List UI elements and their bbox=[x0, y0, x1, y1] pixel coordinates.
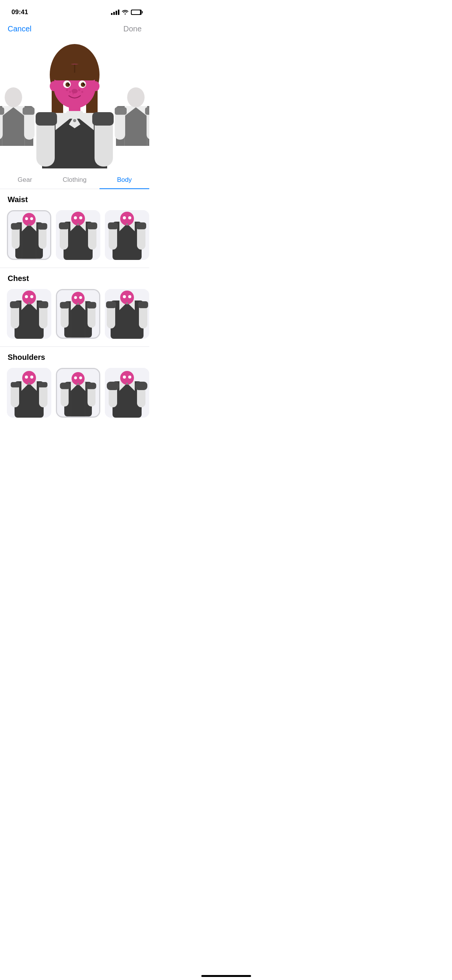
svg-rect-68 bbox=[87, 222, 97, 229]
svg-point-24 bbox=[69, 91, 71, 93]
svg-point-155 bbox=[128, 376, 131, 379]
svg-marker-64 bbox=[70, 224, 86, 260]
waist-items bbox=[0, 209, 149, 261]
shoulders-items bbox=[0, 366, 149, 419]
svg-rect-139 bbox=[60, 382, 70, 389]
segment-control: Gear Clothing Body bbox=[0, 168, 149, 189]
svg-point-26 bbox=[82, 91, 83, 93]
svg-point-71 bbox=[79, 216, 82, 219]
svg-point-106 bbox=[74, 296, 77, 299]
svg-rect-126 bbox=[39, 384, 47, 407]
svg-point-35 bbox=[84, 83, 85, 84]
svg-point-83 bbox=[128, 216, 131, 219]
svg-rect-125 bbox=[11, 384, 19, 407]
svg-point-84 bbox=[126, 224, 128, 225]
svg-rect-103 bbox=[60, 302, 70, 309]
svg-point-58 bbox=[25, 217, 28, 220]
svg-rect-56 bbox=[38, 223, 47, 230]
chest-items bbox=[0, 287, 149, 340]
signal-icon bbox=[111, 10, 119, 15]
svg-rect-116 bbox=[138, 301, 148, 308]
shoulders-item-2[interactable] bbox=[56, 368, 100, 418]
svg-marker-76 bbox=[119, 224, 135, 260]
svg-point-156 bbox=[126, 383, 128, 385]
svg-point-70 bbox=[74, 216, 77, 219]
svg-point-25 bbox=[78, 89, 80, 91]
svg-rect-20 bbox=[36, 112, 57, 126]
svg-rect-104 bbox=[87, 302, 96, 309]
svg-rect-21 bbox=[92, 112, 114, 126]
waist-item-2[interactable] bbox=[56, 210, 100, 260]
svg-rect-6 bbox=[0, 107, 4, 115]
wifi-icon bbox=[122, 9, 129, 16]
svg-rect-152 bbox=[135, 382, 147, 390]
segment-gear[interactable]: Gear bbox=[0, 173, 50, 189]
waist-section: Waist bbox=[0, 189, 149, 268]
svg-rect-151 bbox=[107, 382, 119, 390]
shoulders-title: Shoulders bbox=[0, 353, 149, 366]
svg-marker-88 bbox=[21, 302, 37, 339]
svg-point-16 bbox=[73, 119, 76, 122]
status-icons bbox=[111, 9, 142, 16]
svg-point-95 bbox=[30, 295, 33, 298]
svg-rect-140 bbox=[86, 382, 96, 389]
shoulders-item-3[interactable] bbox=[105, 368, 149, 418]
shoulders-item-1[interactable] bbox=[7, 368, 51, 418]
svg-rect-127 bbox=[11, 382, 20, 387]
svg-rect-80 bbox=[136, 222, 146, 229]
svg-point-132 bbox=[28, 383, 30, 385]
status-time: 09:41 bbox=[11, 8, 28, 16]
status-bar: 09:41 bbox=[0, 0, 149, 19]
svg-point-130 bbox=[25, 376, 28, 379]
svg-point-154 bbox=[123, 376, 126, 379]
segment-body[interactable]: Body bbox=[100, 173, 149, 189]
svg-rect-92 bbox=[38, 301, 48, 308]
svg-point-60 bbox=[28, 224, 30, 226]
svg-point-131 bbox=[30, 376, 33, 379]
svg-point-36 bbox=[72, 89, 78, 93]
svg-marker-112 bbox=[119, 302, 135, 339]
svg-rect-91 bbox=[10, 301, 20, 308]
svg-point-143 bbox=[79, 376, 82, 379]
svg-rect-17 bbox=[66, 111, 83, 119]
svg-point-142 bbox=[74, 376, 77, 379]
svg-point-96 bbox=[28, 302, 30, 304]
svg-point-94 bbox=[25, 295, 28, 298]
svg-rect-115 bbox=[106, 301, 116, 308]
svg-point-118 bbox=[123, 295, 126, 298]
waist-title: Waist bbox=[0, 195, 149, 209]
svg-point-3 bbox=[5, 87, 22, 107]
chest-item-1[interactable] bbox=[7, 289, 51, 339]
svg-marker-100 bbox=[71, 303, 85, 338]
svg-point-144 bbox=[77, 383, 79, 385]
svg-point-40 bbox=[92, 81, 100, 91]
nav-bar: Cancel Done bbox=[0, 19, 149, 38]
svg-rect-79 bbox=[108, 222, 118, 229]
svg-rect-55 bbox=[11, 223, 21, 230]
done-button[interactable]: Done bbox=[123, 24, 142, 33]
svg-rect-67 bbox=[59, 222, 69, 229]
shoulders-section: Shoulders bbox=[0, 347, 149, 425]
svg-point-39 bbox=[50, 81, 57, 91]
svg-point-23 bbox=[66, 89, 68, 91]
chest-title: Chest bbox=[0, 274, 149, 287]
svg-point-44 bbox=[127, 87, 145, 107]
svg-point-72 bbox=[77, 224, 79, 225]
cancel-button[interactable]: Cancel bbox=[8, 24, 31, 33]
svg-point-34 bbox=[69, 83, 70, 84]
battery-icon bbox=[131, 10, 142, 15]
avatar-preview bbox=[0, 38, 149, 168]
svg-point-107 bbox=[79, 296, 82, 299]
svg-point-120 bbox=[126, 302, 128, 304]
chest-item-3[interactable] bbox=[105, 289, 149, 339]
svg-point-59 bbox=[30, 217, 33, 220]
waist-item-3[interactable] bbox=[105, 210, 149, 260]
svg-point-82 bbox=[123, 216, 126, 219]
waist-item-1[interactable] bbox=[7, 210, 51, 260]
segment-clothing[interactable]: Clothing bbox=[50, 173, 100, 189]
avatar-right bbox=[111, 61, 149, 168]
chest-section: Chest bbox=[0, 268, 149, 346]
chest-item-2[interactable] bbox=[56, 289, 100, 339]
svg-point-119 bbox=[128, 295, 131, 298]
svg-rect-47 bbox=[115, 107, 127, 115]
